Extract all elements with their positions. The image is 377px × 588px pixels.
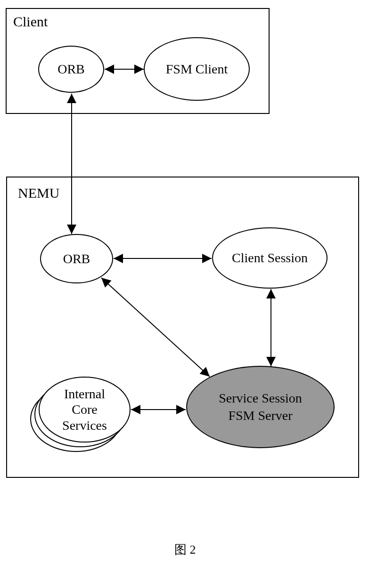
diagram-container: Client ORB FSM Client NEMU ORB Client Se… [0, 0, 377, 588]
fsm-client-label: FSM Client [166, 62, 228, 77]
internal-core-label: Internal Core Services [62, 386, 107, 434]
service-session-node: Service Session FSM Server [186, 366, 335, 448]
client-session-node: Client Session [212, 227, 328, 289]
client-box-label: Client [13, 14, 48, 30]
orb-nemu-label: ORB [63, 251, 90, 266]
orb-client-label: ORB [57, 62, 85, 77]
client-session-label: Client Session [232, 250, 308, 266]
service-session-label: Service Session FSM Server [219, 390, 302, 424]
orb-nemu-node: ORB [40, 234, 113, 283]
nemu-box-label: NEMU [18, 185, 59, 201]
fsm-client-node: FSM Client [144, 37, 250, 101]
figure-label: 图 2 [174, 541, 196, 558]
orb-client-node: ORB [38, 46, 104, 93]
internal-core-node: Internal Core Services [39, 377, 131, 443]
